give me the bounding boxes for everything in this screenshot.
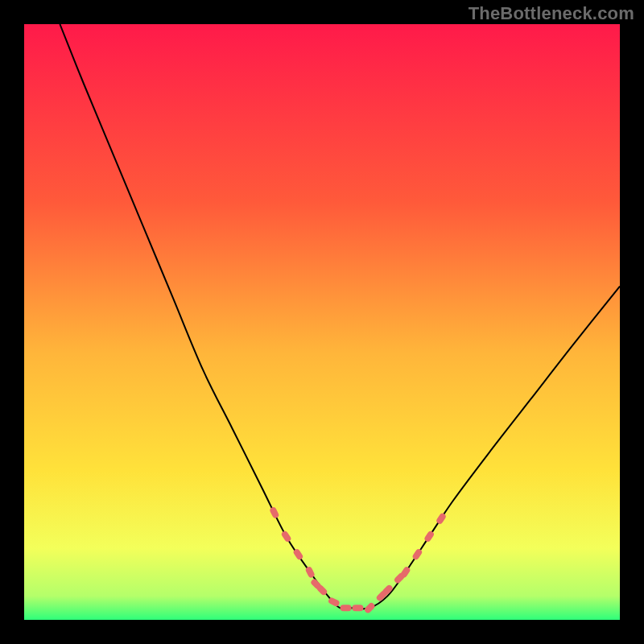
- chart-frame: TheBottleneck.com: [0, 0, 644, 644]
- highlight-dot: [341, 605, 352, 611]
- highlight-dot: [352, 605, 363, 611]
- plot-area: [24, 24, 620, 620]
- gradient-background: [24, 24, 620, 620]
- watermark-label: TheBottleneck.com: [469, 3, 634, 24]
- chart-svg: [24, 24, 620, 620]
